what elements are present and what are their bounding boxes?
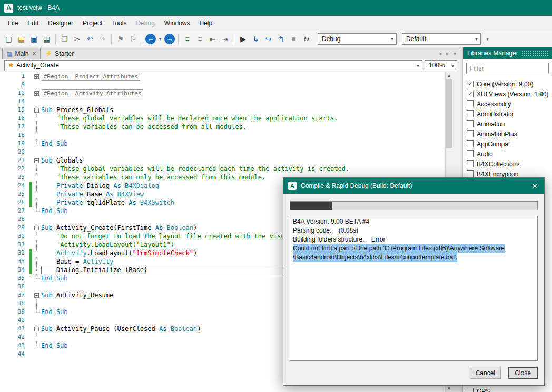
code-line-10[interactable]: 10+#Region Activity Attributes [0,89,445,97]
step-over-button[interactable]: ↪ [262,33,274,45]
rebuild-button[interactable]: ↻ [300,33,312,45]
zoom-dropdown[interactable]: 100% ▾ [425,60,457,71]
library-item[interactable]: B4XCollections [463,159,552,169]
scroll-tabs-right-button[interactable]: ▸ [446,51,449,56]
menu-debug[interactable]: Debug [131,17,159,29]
outdent-button[interactable]: ⇤ [206,33,219,45]
menu-designer[interactable]: Designer [43,17,78,29]
modules-button[interactable]: ▦ [41,33,53,45]
checkbox-icon[interactable] [467,388,474,392]
code-token: B4XView [113,190,144,198]
code-line-19[interactable]: 19End Sub [0,139,445,148]
bookmark-button[interactable]: ⚑ [114,33,126,45]
library-item[interactable]: ✓Core (Version: 9.00) [463,79,552,89]
fold-box-icon[interactable]: + [34,74,39,79]
code-line-17[interactable]: 17 'These variables can be accessed from… [0,123,445,131]
menu-tools[interactable]: Tools [107,17,131,29]
checkbox-icon[interactable] [467,130,474,137]
checkbox-icon[interactable]: ✓ [467,91,474,97]
undo-button[interactable]: ↶ [84,33,96,45]
build-config-dropdown[interactable]: Default ▾ [402,33,481,45]
navigate-forward-button[interactable]: → [164,34,175,44]
checkbox-icon[interactable] [467,160,474,167]
code-line-14[interactable]: 14 [0,97,445,106]
menu-edit[interactable]: Edit [23,17,43,29]
library-item-gps[interactable]: GPS [463,386,552,392]
clear-bookmarks-button[interactable]: ⚐ [127,33,139,45]
save-button[interactable]: ▣ [28,33,40,45]
fold-toggle-icon[interactable]: − [32,291,41,299]
scroll-down-icon[interactable]: ▼ [446,385,452,392]
fold-toggle-icon[interactable]: − [32,106,41,114]
stop-button[interactable]: ■ [288,33,300,45]
library-item[interactable]: Administrator [463,109,552,119]
fold-box-icon[interactable]: − [34,327,39,331]
library-item[interactable]: Accessibility [463,99,552,109]
fold-box-icon[interactable]: + [34,91,39,96]
code-line-22[interactable]: 22 'These global variables will be redec… [0,165,445,173]
checkbox-icon[interactable] [467,120,474,127]
new-file-button[interactable]: ▢ [3,33,15,45]
back-history-dropdown[interactable]: ▾ [157,33,163,45]
menu-help[interactable]: Help [195,17,218,29]
fold-toggle-icon[interactable]: − [32,224,41,232]
fold-box-icon[interactable]: − [34,226,39,230]
step-out-button[interactable]: ↰ [275,33,287,45]
fold-toggle-icon[interactable]: + [32,89,41,97]
copy-button[interactable]: ❐ [58,33,71,45]
library-item[interactable]: AnimationPlus [463,129,552,139]
fold-toggle-icon[interactable]: + [32,72,41,81]
tab-starter[interactable]: ⚡Starter [41,48,78,59]
checkbox-icon[interactable] [467,150,474,157]
library-item[interactable]: AppCompat [463,139,552,149]
build-mode-dropdown[interactable]: Debug ▾ [318,33,397,45]
open-project-button[interactable]: ▤ [15,33,27,45]
fold-box-icon[interactable]: − [34,293,39,298]
dialog-close-button[interactable]: ✕ [525,178,544,194]
library-item[interactable]: Animation [463,119,552,129]
library-item[interactable]: Audio [463,149,552,159]
member-dropdown[interactable]: ✱ Activity_Create ▾ [4,60,422,71]
menu-windows[interactable]: Windows [160,17,195,29]
fold-box-icon[interactable]: − [34,158,39,163]
indent-button[interactable]: ⇥ [219,33,231,45]
code-line-9[interactable]: 9 [0,81,445,89]
library-item[interactable]: ✓XUI Views (Version: 1.90) [463,89,552,99]
code-line-1[interactable]: 1+#Region Project Attributes [0,72,445,81]
scroll-up-icon[interactable]: ▲ [446,72,452,79]
comment-button[interactable]: ≡ [181,33,193,45]
code-token: 'These global variables will be redeclar… [41,165,349,173]
scroll-tabs-left-button[interactable]: ◂ [439,51,441,56]
fold-box-icon[interactable]: − [34,108,39,113]
code-token: End Sub [41,207,68,215]
library-filter-input[interactable] [466,63,549,74]
close-button[interactable]: Close [508,367,538,379]
menu-file[interactable]: File [3,17,23,29]
tab-main[interactable]: ▦Main× [2,48,41,59]
cancel-button[interactable]: Cancel [470,367,501,379]
toolbar-overflow-button[interactable]: ▾ [484,34,491,44]
checkbox-icon[interactable] [467,100,474,107]
close-tab-icon[interactable]: × [32,50,36,57]
compile-log[interactable]: B4A Version: 9.00 BETA #4Parsing code. (… [290,216,538,361]
uncomment-button[interactable]: ≡ [194,33,206,45]
code-line-16[interactable]: 16 'These global variables will be decla… [0,114,445,123]
code-line-20[interactable]: 20 [0,148,445,156]
checkbox-icon[interactable] [467,110,474,117]
checkbox-icon[interactable] [467,140,474,147]
cut-button[interactable]: ✂ [71,33,83,45]
step-into-button[interactable]: ↳ [250,33,262,45]
menu-project[interactable]: Project [78,17,107,29]
code-line-15[interactable]: 15−Sub Process_Globals [0,106,445,114]
checkbox-icon[interactable] [467,170,474,177]
fold-toggle-icon[interactable]: − [32,325,41,333]
code-line-21[interactable]: 21−Sub Globals [0,156,445,165]
checkbox-icon[interactable]: ✓ [467,81,474,87]
tab-list-button[interactable]: ▾ [454,51,456,56]
redo-button[interactable]: ↷ [96,33,109,45]
scrollbar-thumb[interactable] [446,79,452,148]
run-button[interactable]: ▶ [237,33,249,45]
navigate-back-button[interactable]: ← [145,34,156,44]
code-line-18[interactable]: 18 [0,131,445,139]
fold-toggle-icon[interactable]: − [32,156,41,165]
